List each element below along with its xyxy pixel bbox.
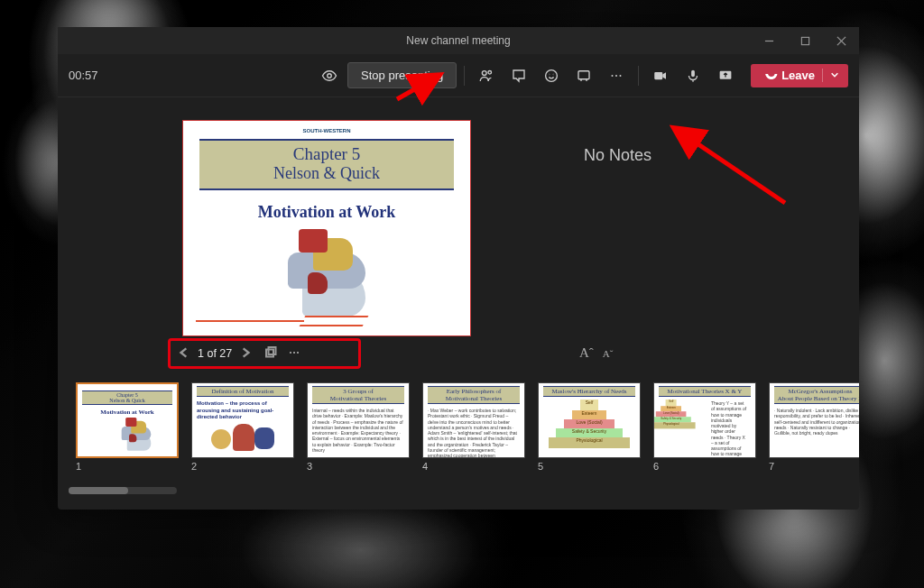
slide-accent-line: [196, 317, 412, 325]
thumb-body-head: Motivation – the process of arousing and…: [197, 400, 273, 419]
rooms-icon[interactable]: [569, 61, 598, 90]
slide-authors-label: Nelson & Quick: [199, 164, 454, 183]
thumbnail-strip[interactable]: Chapter 5 Nelson & Quick Motivation at W…: [76, 382, 859, 473]
thumbnail[interactable]: McGregor's Assumptions About People Base…: [769, 382, 859, 473]
window-titlebar: New channel meeting: [58, 27, 859, 54]
svg-point-7: [546, 69, 558, 81]
thumb-title: Motivation at Work: [78, 409, 177, 416]
share-screen-icon[interactable]: [711, 61, 740, 90]
thumb-number: 5: [538, 461, 641, 472]
thumbnail[interactable]: 3 Groups of Motivational Theories Intern…: [307, 382, 410, 473]
thumb-bar-line: Nelson & Quick: [82, 398, 172, 403]
camera-icon[interactable]: [646, 61, 675, 90]
thumb-bar-line: 3 Groups of: [312, 388, 404, 395]
svg-rect-17: [266, 349, 273, 356]
thumb-bar-line: Motivational Theories: [312, 395, 404, 402]
thumb-bar-line: Maslow's Hierarchy of Needs: [543, 386, 635, 397]
svg-point-4: [328, 73, 332, 78]
pyramid-level: Esteem: [572, 410, 606, 419]
more-actions-icon[interactable]: [602, 61, 631, 90]
pyramid-graphic: Self Esteem Love (Social) Safety & Secur…: [549, 400, 630, 448]
svg-rect-18: [269, 347, 276, 354]
svg-point-6: [488, 70, 492, 74]
thumb-body: · Naturally indolent · Lack ambition, di…: [770, 407, 859, 436]
thumb-body: · Max Weber – work contributes to salvat…: [423, 407, 524, 458]
slide-counter: 1 of 27: [198, 347, 232, 360]
thumb-bar-line: Early Philosophers of: [428, 388, 520, 395]
svg-rect-1: [801, 37, 808, 44]
reactions-icon[interactable]: [537, 61, 566, 90]
pyramid-level: Safety & Security: [556, 428, 623, 437]
svg-rect-15: [691, 69, 695, 77]
svg-rect-10: [578, 70, 589, 78]
current-slide[interactable]: SOUTH-WESTERN Chapter 5 Nelson & Quick M…: [182, 120, 471, 336]
private-view-icon[interactable]: [315, 61, 344, 90]
meeting-toolbar: 00:57 Stop presenting: [58, 54, 859, 97]
slide-publisher-logo: SOUTH-WESTERN: [183, 128, 470, 133]
leave-button-label: Leave: [781, 69, 815, 82]
svg-point-19: [290, 352, 291, 354]
thumb-body: Theory Y – a set of assumptions of how t…: [707, 400, 753, 458]
window-minimize-button[interactable]: [751, 27, 787, 54]
thumb-bar-line: Definition of Motivation: [197, 386, 289, 397]
pyramid-level: Self: [666, 400, 677, 406]
pyramid-level: Physiological: [653, 422, 696, 428]
slide-main-title: Motivation at Work: [183, 203, 470, 222]
svg-point-12: [615, 75, 617, 77]
notes-empty-label: No Notes: [584, 146, 651, 165]
scrollbar-thumb[interactable]: [69, 487, 128, 494]
pyramid-level: Self: [580, 400, 598, 410]
thumb-number: 6: [653, 461, 756, 472]
toolbar-separator: [638, 66, 639, 86]
toolbar-separator: [464, 66, 465, 86]
thumb-number: 3: [307, 461, 410, 472]
notes-font-size-controls: Aˆ Aˇ: [579, 345, 613, 361]
call-timer: 00:57: [69, 69, 98, 82]
font-decrease-button[interactable]: Aˇ: [603, 348, 614, 359]
next-slide-button[interactable]: [239, 346, 252, 362]
svg-point-13: [620, 75, 622, 77]
window-controls: [751, 27, 859, 54]
pyramid-level: Physiological: [549, 437, 630, 448]
popout-icon[interactable]: [264, 346, 277, 362]
thumb-number: 1: [76, 461, 179, 472]
teams-meeting-window: New channel meeting 00:57 Stop presentin…: [58, 27, 859, 510]
svg-point-20: [293, 352, 295, 354]
window-maximize-button[interactable]: [787, 27, 823, 54]
thumb-bar-line: McGregor's Assumptions: [774, 388, 859, 395]
thumbnail[interactable]: Chapter 5 Nelson & Quick Motivation at W…: [76, 382, 179, 473]
thumb-body: Internal – needs within the individual t…: [308, 407, 409, 454]
leave-button[interactable]: Leave: [751, 64, 848, 87]
thumbnail[interactable]: Definition of Motivation Motivation – th…: [191, 382, 294, 473]
slide-title-bar: Chapter 5 Nelson & Quick: [199, 139, 454, 190]
thumb-number: 4: [422, 461, 525, 472]
more-slide-options-icon[interactable]: [288, 346, 300, 362]
slide-chapter-label: Chapter 5: [199, 144, 454, 164]
svg-rect-14: [654, 71, 662, 78]
thumb-bar-line: Motivational Theories: [428, 395, 520, 402]
thumbnail[interactable]: Maslow's Hierarchy of Needs Self Esteem …: [538, 382, 641, 473]
slide-navigation-bar: 1 of 27: [168, 338, 361, 369]
pyramid-level: Love (Social): [564, 419, 614, 428]
window-title: New channel meeting: [406, 34, 510, 47]
window-close-button[interactable]: [823, 27, 859, 54]
chevron-down-icon: [822, 69, 839, 82]
thumb-number: 7: [769, 461, 859, 472]
thumbnail-scrollbar[interactable]: [69, 487, 177, 494]
pyramid-graphic: Self Esteem Love (Social) Safety & Secur…: [657, 400, 686, 423]
thumb-bar-line: About People Based on Theory X: [774, 395, 859, 402]
thumb-bar-line: Motivational Theories X & Y: [659, 386, 751, 397]
mic-icon[interactable]: [679, 61, 707, 90]
prev-slide-button[interactable]: [178, 346, 190, 362]
svg-point-21: [297, 352, 299, 354]
stop-presenting-button[interactable]: Stop presenting: [347, 62, 457, 88]
thumbnail[interactable]: Motivational Theories X & Y Self Esteem …: [653, 382, 756, 473]
people-icon[interactable]: [472, 61, 501, 90]
thumb-number: 2: [191, 461, 294, 472]
svg-point-11: [612, 75, 614, 77]
chat-icon[interactable]: [504, 61, 533, 90]
slide-decorative-graphic: [268, 229, 385, 328]
font-increase-button[interactable]: Aˆ: [579, 345, 594, 361]
svg-point-5: [482, 70, 486, 75]
thumbnail[interactable]: Early Philosophers of Motivational Theor…: [422, 382, 525, 473]
